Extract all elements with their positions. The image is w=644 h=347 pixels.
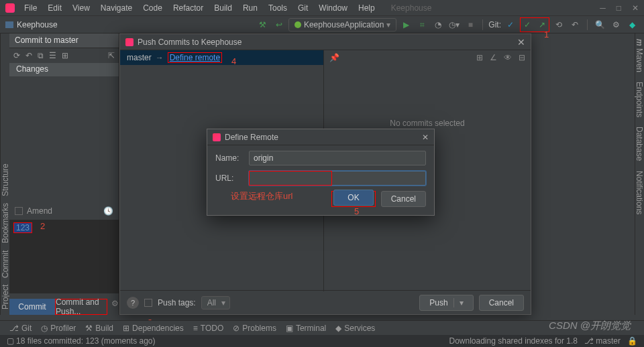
commit-toolbar: ⟳ ↶ ⧉ ☰ ⊞ ⇱ <box>9 48 119 63</box>
branch-name: master <box>127 53 152 62</box>
tool-notifications[interactable]: Notifications <box>635 171 644 214</box>
breadcrumb[interactable]: Keephouse <box>17 20 58 29</box>
settings-icon[interactable]: ⚙ <box>609 18 623 31</box>
branch-row[interactable]: master → Define remote <box>120 50 323 65</box>
push-tags-select[interactable]: All <box>201 296 230 309</box>
back-icon[interactable]: ↩ <box>272 18 286 31</box>
changelist-icon[interactable]: ☰ <box>49 51 56 60</box>
status-lock-icon[interactable]: 🔒 <box>627 336 637 346</box>
history-icon[interactable]: ⟲ <box>552 18 566 31</box>
history-dropdown-icon[interactable]: 🕓 <box>103 206 113 216</box>
push-button[interactable]: Push <box>419 295 473 311</box>
annotation-2: 2 <box>40 221 45 231</box>
no-commits-label: No commits selected <box>324 119 531 128</box>
push-tags-label: Push tags: <box>158 298 196 307</box>
menu-code[interactable]: Code <box>139 2 166 14</box>
minimize-icon[interactable]: ─ <box>600 3 606 13</box>
tool-project[interactable]: Project <box>1 285 9 309</box>
ok-button[interactable]: OK <box>333 190 373 206</box>
menu-build[interactable]: Build <box>210 2 236 14</box>
help-icon[interactable]: ? <box>127 297 139 309</box>
edit-icon[interactable]: ∠ <box>490 53 497 62</box>
hammer-icon[interactable]: ⚒ <box>256 18 270 31</box>
status-branch[interactable]: ⎇ master <box>584 336 621 346</box>
tool-git[interactable]: ⎇ Git <box>9 324 32 333</box>
diff-icon[interactable]: ⧉ <box>38 51 44 60</box>
expand-icon[interactable]: ⇱ <box>108 51 115 60</box>
eye-icon[interactable]: 👁 <box>504 53 512 62</box>
menu-tools[interactable]: Tools <box>264 2 291 14</box>
group-icon[interactable]: ⊞ <box>62 51 68 60</box>
remote-url-input[interactable] <box>249 171 426 186</box>
ide-feature-icon[interactable]: ◆ <box>625 18 639 31</box>
define-remote-dialog: Define Remote ✕ Name: URL: OK Cancel <box>207 129 435 216</box>
menu-help[interactable]: Help <box>354 2 379 14</box>
menu-window[interactable]: Window <box>315 2 352 14</box>
commit-message-text: 123 <box>13 222 32 233</box>
remote-close-icon[interactable]: ✕ <box>422 133 429 142</box>
bottom-tool-bar: ⎇ Git ◷ Profiler ⚒ Build ⊞ Dependencies … <box>0 320 644 335</box>
tool-endpoints[interactable]: Endpoints <box>635 82 644 117</box>
push-close-icon[interactable]: ✕ <box>517 37 525 48</box>
rollback-icon[interactable]: ↶ <box>25 51 32 60</box>
tool-dependencies[interactable]: ⊞ Dependencies <box>123 324 184 333</box>
tool-structure[interactable]: Structure <box>1 164 9 197</box>
refresh-icon[interactable]: ⟳ <box>13 51 20 60</box>
push-dialog-title: Push Commits to Keephouse <box>138 38 241 47</box>
tool-profiler[interactable]: ◷ Profiler <box>41 324 76 333</box>
menu-edit[interactable]: Edit <box>44 2 66 14</box>
menu-git[interactable]: Git <box>294 2 312 14</box>
push-cancel-button[interactable]: Cancel <box>479 295 524 311</box>
tool-problems[interactable]: ⊘ Problems <box>233 324 276 333</box>
watermark: CSDN @开朗觉觉 <box>549 320 631 332</box>
menu-file[interactable]: File <box>20 2 41 14</box>
maximize-icon[interactable]: □ <box>616 3 621 13</box>
amend-checkbox[interactable] <box>15 207 23 215</box>
remote-cancel-button[interactable]: Cancel <box>381 191 426 207</box>
close-icon[interactable]: ✕ <box>632 3 639 13</box>
search-icon[interactable]: 🔍 <box>593 18 606 31</box>
run-config-selector[interactable]: KeephouseApplication ▾ <box>288 18 396 31</box>
rollback-icon[interactable]: ↶ <box>568 18 582 31</box>
coverage-icon[interactable]: ◔ <box>431 18 445 31</box>
tool-terminal[interactable]: ▣ Terminal <box>286 324 326 333</box>
status-window-icon[interactable]: ▢ <box>7 336 14 346</box>
define-remote-link[interactable]: Define remote <box>168 52 222 63</box>
remote-name-input[interactable] <box>249 151 426 165</box>
changes-tree[interactable] <box>9 76 119 204</box>
menu-navigate[interactable]: Navigate <box>97 2 136 14</box>
tree-icon[interactable]: ⊞ <box>476 53 483 62</box>
status-download: Downloading shared indexes for 1.8 <box>449 336 578 346</box>
debug-icon[interactable]: ⌗ <box>415 18 429 31</box>
profile-icon[interactable]: ◷▾ <box>447 18 461 31</box>
stop-icon[interactable]: ■ <box>464 18 477 31</box>
tool-bookmarks[interactable]: Bookmarks <box>1 203 9 243</box>
git-commit-icon[interactable]: ✓ <box>521 18 534 31</box>
tool-todo[interactable]: ≡ TODO <box>193 324 223 333</box>
commit-button[interactable]: Commit <box>9 299 55 315</box>
tool-build[interactable]: ⚒ Build <box>85 324 113 333</box>
collapse-icon[interactable]: ⊟ <box>519 53 525 62</box>
tool-commit[interactable]: Commit <box>1 250 9 277</box>
folder-icon <box>5 21 13 28</box>
menu-view[interactable]: View <box>68 2 94 14</box>
menu-run[interactable]: Run <box>239 2 262 14</box>
commit-and-push-button[interactable]: Commit and Push... <box>55 299 107 315</box>
menu-bar: File Edit View Navigate Code Refactor Bu… <box>0 0 644 16</box>
commit-message-input[interactable]: 123 <box>9 220 119 293</box>
dialog-app-icon <box>213 133 221 141</box>
git-update-icon[interactable]: ✓ <box>504 18 517 31</box>
run-config-label: KeephouseApplication <box>304 20 384 29</box>
dialog-app-icon <box>125 38 133 46</box>
run-icon[interactable]: ▶ <box>399 18 413 31</box>
pin-icon[interactable]: 📌 <box>329 53 339 62</box>
push-tags-checkbox[interactable] <box>144 299 152 307</box>
changes-header[interactable]: Changes <box>9 63 119 76</box>
tool-services[interactable]: ◆ Services <box>335 324 375 333</box>
commit-settings-icon[interactable]: ⚙ <box>111 299 119 315</box>
annotation-url-note: 设置远程仓库url <box>231 190 292 202</box>
tool-maven[interactable]: m Maven <box>635 39 644 72</box>
menu-refactor[interactable]: Refactor <box>169 2 207 14</box>
status-message: 18 files committed: 123 (moments ago) <box>16 336 155 346</box>
tool-database[interactable]: Database <box>635 127 644 161</box>
